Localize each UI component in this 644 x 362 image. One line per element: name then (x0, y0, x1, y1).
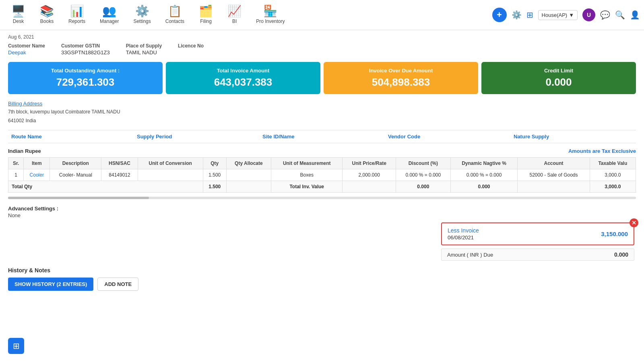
supply-period-label: Supply Period (134, 134, 259, 140)
nav-pro-inventory[interactable]: 🏪 Pro Inventory (249, 0, 292, 30)
billing-address-line2: 641002 India (8, 117, 636, 124)
total-qty-allocate-empty (226, 181, 271, 193)
summary-cards: Total Outstanding Amount : 729,361.303 T… (8, 62, 636, 94)
credit-limit-card: Credit Limit 0.000 (481, 62, 636, 94)
billing-address-line1: 7th block, kuvempu layout Coimbatore TAM… (8, 108, 636, 115)
nav-filing-label: Filing (200, 19, 212, 24)
total-qty-value: 1.500 (203, 181, 226, 193)
settings-gear-icon[interactable]: ⚙️ (512, 10, 522, 20)
total-inv-dynamic: 0.000 (450, 181, 518, 193)
tax-note: Amounts are Tax Exclusive (568, 148, 636, 154)
vendor-code-label: Vendor Code (385, 134, 510, 140)
credit-value: 0.000 (488, 76, 630, 88)
invoice-amount-value: 643,037.383 (172, 76, 314, 88)
table-scrollbar-thumb (8, 197, 149, 199)
overdue-value: 504,898.383 (330, 76, 472, 88)
col-hsn: HSN/SAC (101, 158, 138, 169)
cell-unit-measurement: Boxes (271, 169, 343, 181)
place-of-supply-block: Place of Supply TAMIL NADU (126, 43, 162, 56)
invoice-amount-card: Total Invoice Amount 643,037.383 (166, 62, 320, 94)
advanced-settings-label: Advanced Settings : (8, 206, 58, 212)
total-inv-account-empty (518, 181, 590, 193)
licence-label: Licence No (178, 43, 204, 49)
col-sr: Sr. (8, 158, 24, 169)
main-content: Aug 6, 2021 Customer Name Deepak Custome… (0, 30, 644, 303)
customer-gstin-label: Customer GSTIN (61, 43, 110, 49)
col-taxable: Taxable Valu (590, 158, 636, 169)
house-selector[interactable]: House(AP) ▼ (538, 10, 578, 20)
col-unit-conversion: Unit of Conversion (138, 158, 203, 169)
cell-item[interactable]: Cooler (24, 169, 50, 181)
customer-name-label: Customer Name (8, 43, 45, 49)
history-section: History & Notes SHOW HISTORY (2 ENTRIES)… (8, 267, 636, 299)
invoice-amount-label: Total Invoice Amount (172, 68, 314, 74)
nav-reports[interactable]: 📊 Reports (61, 0, 93, 30)
col-unit-price: Unit Price/Rate (343, 158, 396, 169)
cell-account: 52000 - Sale of Goods (518, 169, 590, 181)
less-invoice-box: Less Invoice 06/08/2021 3,150.000 ✕ (441, 222, 634, 245)
total-inv-label: Total Inv. Value (271, 181, 343, 193)
cell-discount: 0.000 % = 0.000 (396, 169, 450, 181)
col-discount: Discount (%) (396, 158, 450, 169)
show-history-button[interactable]: SHOW HISTORY (2 ENTRIES) (8, 278, 93, 291)
less-invoice-title: Less Invoice (448, 227, 479, 234)
col-unit-measurement: Unit of Measurement (271, 158, 343, 169)
cell-dynamic: 0.000 % = 0.000 (450, 169, 518, 181)
nav-pro-inventory-label: Pro Inventory (256, 19, 285, 24)
chevron-down-icon: ▼ (569, 12, 574, 18)
cell-qty-allocate (226, 169, 271, 181)
less-invoice-link[interactable]: Invoice (461, 227, 479, 234)
col-qty: Qty (203, 158, 226, 169)
nav-settings[interactable]: ⚙️ Settings (126, 0, 158, 30)
nav-bi-label: BI (232, 19, 237, 24)
cell-sr: 1 (8, 169, 24, 181)
reports-icon: 📊 (70, 4, 84, 18)
currency-row: Indian Rupee Amounts are Tax Exclusive (8, 148, 636, 154)
page-date: Aug 6, 2021 (8, 34, 636, 40)
nav-bi[interactable]: 📈 BI (220, 0, 249, 30)
table-scrollbar-track[interactable] (8, 197, 636, 199)
customer-name-block: Customer Name Deepak (8, 43, 45, 56)
manager-icon: 👥 (102, 4, 116, 18)
settings-icon: ⚙️ (135, 4, 149, 18)
nav-manager[interactable]: 👥 Manager (93, 0, 126, 30)
pro-inventory-icon: 🏪 (263, 4, 277, 18)
advanced-settings-value: None (8, 212, 636, 218)
overdue-label: Invoice Over Due Amount (330, 68, 472, 74)
total-inv-taxable: 3,000.0 (590, 181, 636, 193)
outstanding-label: Total Outstanding Amount : (14, 68, 156, 74)
amount-due-row: Amount ( INR ) Due 0.000 (441, 249, 634, 261)
house-label: House(AP) (542, 12, 568, 18)
nav-books[interactable]: 📚 Books (33, 0, 61, 30)
less-invoice-date: 06/08/2021 (448, 234, 479, 241)
nav-reports-label: Reports (68, 19, 85, 24)
nav-contacts[interactable]: 📋 Contacts (158, 0, 192, 30)
layout-icon[interactable]: ⊞ (526, 10, 533, 20)
notification-icon[interactable]: 💬 (600, 10, 610, 20)
desk-icon: 🖥️ (11, 4, 25, 18)
col-account: Account (518, 158, 590, 169)
billing-section: Billing Address 7th block, kuvempu layou… (8, 101, 636, 124)
total-qty-label: Total Qty (8, 181, 203, 193)
site-id-label: Site ID/Name (259, 134, 385, 140)
nav-desk-label: Desk (13, 19, 24, 24)
add-note-button[interactable]: ADD NOTE (97, 278, 138, 291)
nav-desk[interactable]: 🖥️ Desk (4, 0, 33, 30)
history-buttons: SHOW HISTORY (2 ENTRIES) ADD NOTE (8, 278, 636, 291)
close-icon[interactable]: ✕ (630, 218, 638, 227)
cell-description: Cooler- Manual (50, 169, 101, 181)
nav-filing[interactable]: 🗂️ Filing (192, 0, 220, 30)
profile-icon[interactable]: 👤 (630, 10, 640, 20)
billing-address-link[interactable]: Billing Address (8, 101, 42, 107)
cell-taxable: 3,000.0 (590, 169, 636, 181)
nature-supply-label: Nature Supply (510, 134, 636, 140)
nav-menu: 🖥️ Desk 📚 Books 📊 Reports 👥 Manager ⚙️ S… (4, 0, 292, 30)
add-button[interactable]: + (492, 8, 507, 22)
cell-unit-price: 2,000.000 (343, 169, 396, 181)
col-description: Description (50, 158, 101, 169)
search-icon[interactable]: 🔍 (615, 10, 625, 20)
outstanding-card: Total Outstanding Amount : 729,361.303 (8, 62, 163, 94)
user-avatar[interactable]: U (582, 8, 595, 21)
col-item: Item (24, 158, 50, 169)
supply-label: Place of Supply (126, 43, 162, 49)
